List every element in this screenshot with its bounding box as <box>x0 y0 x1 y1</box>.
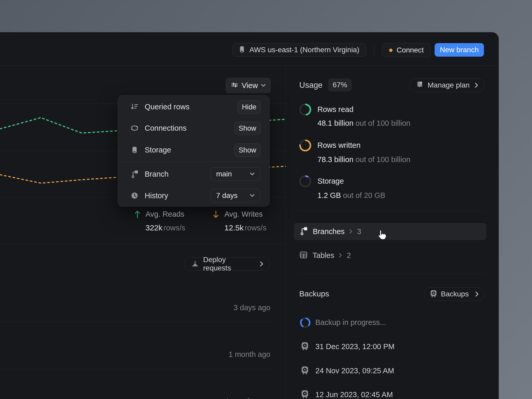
usage-item-label: Rows read <box>317 105 354 114</box>
show-button[interactable]: Show <box>234 122 261 135</box>
tables-count: 2 <box>347 251 351 260</box>
usage-item-value: 48.1 billion out of 100 billion <box>317 119 410 128</box>
backup-status-text: Backup in progress... <box>315 318 386 327</box>
arrow-down-icon <box>212 210 219 220</box>
usage-item-label: Rows written <box>317 141 361 150</box>
branches-label: Branches <box>313 227 345 236</box>
chevron-down-icon <box>250 194 255 197</box>
backup-box-icon <box>301 366 309 376</box>
history-select[interactable]: 7 days <box>211 189 260 202</box>
menu-item-label: Storage <box>145 146 171 154</box>
view-dropdown-button[interactable]: View <box>226 78 271 93</box>
backup-entry[interactable]: 24 Nov 2023, 09:25 AM <box>315 367 394 375</box>
deploy-row-divider <box>0 322 271 322</box>
menu-item-label: Queried rows <box>145 103 189 111</box>
sidebar-item-tables[interactable]: Tables 2 <box>294 247 486 264</box>
usage-item-value: 78.3 billion out of 100 billion <box>317 155 410 164</box>
usage-percent-badge: 67% <box>328 78 352 91</box>
chart-bottom-divider <box>0 244 286 244</box>
manage-plan-button[interactable]: Manage plan <box>409 78 484 92</box>
branch-select[interactable]: main <box>211 167 260 181</box>
deploy-requests-label: Deploy requests <box>203 256 255 272</box>
swap-arrows-icon <box>130 124 139 132</box>
menu-item-label: Connections <box>145 124 187 132</box>
storage-drive-icon <box>130 146 139 154</box>
topbar-divider <box>374 45 374 55</box>
avg-writes-label: Avg. Writes <box>224 210 263 218</box>
panel-divider <box>286 65 286 399</box>
region-label: AWS us-east-1 (Northern Virginia) <box>249 46 359 54</box>
backups-button-label: Backups <box>441 290 471 298</box>
connect-button[interactable]: Connect <box>382 43 431 57</box>
backup-entry[interactable]: 12 Jun 2023, 02:45 AM <box>315 390 393 399</box>
connect-label: Connect <box>397 46 424 54</box>
view-dropdown-menu: Queried rows Hide Connections Show Stora… <box>118 95 270 207</box>
avg-writes-value: 12.5k rows/s <box>224 223 267 232</box>
avg-reads-value: 322k rows/s <box>145 223 185 232</box>
branch-icon <box>130 170 139 178</box>
backup-box-icon <box>430 290 437 298</box>
chevron-right-icon <box>475 291 479 297</box>
chevron-right-icon <box>260 261 264 267</box>
connection-status-dot-icon <box>389 49 393 52</box>
usage-item-label: Storage <box>317 177 344 185</box>
new-branch-button[interactable]: New branch <box>435 43 484 57</box>
clock-icon <box>130 191 139 200</box>
branches-count: 3 <box>357 227 361 236</box>
menu-item-label: Branch <box>145 170 169 178</box>
desktop-background: AWS us-east-1 (Northern Virginia) Connec… <box>0 0 532 399</box>
hide-button[interactable]: Hide <box>238 100 261 114</box>
region-selector[interactable]: AWS us-east-1 (Northern Virginia) <box>232 43 366 57</box>
view-button-label: View <box>242 81 258 90</box>
backups-button[interactable]: Backups <box>424 287 484 301</box>
chevron-down-icon <box>261 84 266 87</box>
show-button[interactable]: Show <box>234 143 261 157</box>
traffic-cone-icon <box>191 260 199 268</box>
usage-item-value: 1.2 GB out of 20 GB <box>317 191 385 200</box>
book-icon <box>416 81 423 90</box>
section-divider <box>299 211 485 211</box>
backup-box-icon <box>301 390 309 399</box>
backup-entry[interactable]: 31 Dec 2023, 12:00 PM <box>315 342 395 351</box>
menu-divider <box>118 162 269 162</box>
menu-item-label: History <box>145 191 168 200</box>
chevron-right-icon <box>349 229 353 234</box>
backup-box-icon <box>301 342 309 351</box>
branch-icon <box>299 226 308 237</box>
tables-label: Tables <box>312 251 334 260</box>
rows-written-ring <box>299 139 311 151</box>
arrow-up-icon <box>134 210 141 220</box>
sliders-icon <box>231 81 238 90</box>
history-select-value: 7 days <box>216 191 250 200</box>
table-icon <box>299 251 308 260</box>
backup-progress-spinner-icon <box>300 317 310 328</box>
sort-descending-icon <box>130 103 139 111</box>
deploy-row-time: 4 months ago <box>161 397 270 399</box>
pointer-hand-cursor <box>376 229 388 243</box>
deploy-row-time: 1 month ago <box>161 350 270 359</box>
deploy-requests-button[interactable]: Deploy requests <box>184 257 270 271</box>
deploy-row-divider <box>0 369 271 369</box>
usage-title: Usage <box>299 81 323 90</box>
manage-plan-label: Manage plan <box>428 81 470 89</box>
chevron-right-icon <box>475 82 478 88</box>
chevron-right-icon <box>339 253 342 258</box>
rows-read-ring <box>299 104 311 116</box>
backups-heading: Backups <box>299 289 329 298</box>
sidebar-item-branches[interactable]: Branches 3 <box>294 223 486 240</box>
new-branch-label: New branch <box>440 46 478 54</box>
storage-ring <box>299 175 311 187</box>
avg-reads-label: Avg. Reads <box>145 210 184 218</box>
section-divider <box>299 274 485 274</box>
branch-select-value: main <box>216 170 250 178</box>
chevron-down-icon <box>250 172 255 176</box>
database-drive-icon <box>238 45 246 54</box>
deploy-row-time: 3 days ago <box>161 303 270 312</box>
